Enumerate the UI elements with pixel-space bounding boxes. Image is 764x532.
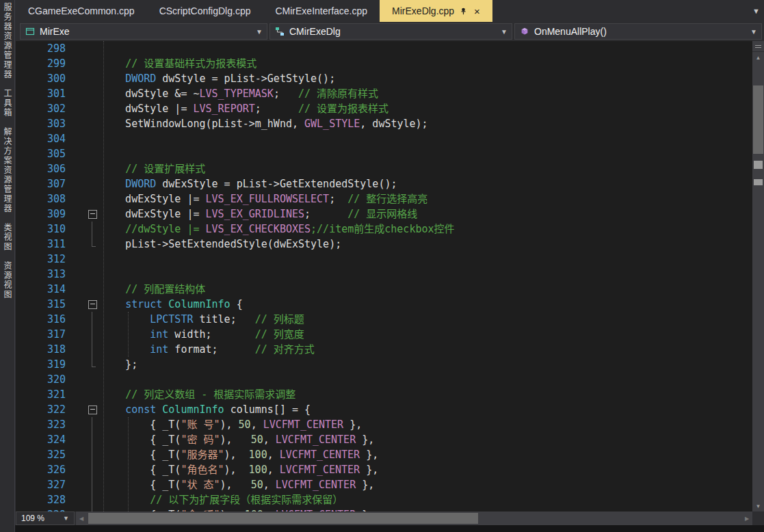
- zoom-select[interactable]: 109 % ▼: [16, 511, 75, 525]
- code-line[interactable]: 326 { _T("角色名"), 100, LVCFMT_CENTER },: [16, 462, 752, 477]
- line-number[interactable]: 317: [16, 327, 66, 342]
- close-icon[interactable]: ×: [474, 6, 480, 16]
- line-number[interactable]: 302: [16, 101, 66, 116]
- line-number[interactable]: 325: [16, 447, 66, 462]
- code-line[interactable]: 300 DWORD dwStyle = pList->GetStyle();: [16, 71, 752, 86]
- vertical-scrollbar-thumb[interactable]: [753, 85, 763, 154]
- code-line[interactable]: 322 const ColumnInfo columns[] = {: [16, 402, 752, 417]
- scroll-up-arrow-icon[interactable]: ▲: [752, 52, 764, 63]
- code-line[interactable]: 307 DWORD dwExStyle = pList->GetExtended…: [16, 176, 752, 191]
- scroll-right-arrow-icon[interactable]: ▶: [741, 511, 752, 525]
- line-number[interactable]: 305: [16, 146, 66, 161]
- code-line[interactable]: 319 };: [16, 357, 752, 372]
- document-tab[interactable]: CScriptConfigDlg.cpp: [147, 0, 263, 22]
- fold-collapse-icon[interactable]: [88, 210, 97, 219]
- line-number[interactable]: 313: [16, 267, 66, 282]
- visual-studio-window: 服务器资源管理器工具箱解决方案资源管理器类视图资源视图 CGameExeComm…: [0, 0, 764, 532]
- document-tab[interactable]: CMirExeInterface.cpp: [263, 0, 380, 22]
- code-line[interactable]: 324 { _T("密 码"), 50, LVCFMT_CENTER },: [16, 432, 752, 447]
- line-number[interactable]: 323: [16, 417, 66, 432]
- scroll-left-arrow-icon[interactable]: ◀: [76, 511, 87, 525]
- line-number[interactable]: 327: [16, 477, 66, 492]
- vertical-scrollbar[interactable]: ▲ ▼: [752, 41, 764, 511]
- line-number[interactable]: 320: [16, 372, 66, 387]
- code-line[interactable]: 312: [16, 252, 752, 267]
- code-line[interactable]: 318 int format; // 对齐方式: [16, 342, 752, 357]
- code-line[interactable]: 316 LPCTSTR title; // 列标题: [16, 312, 752, 327]
- code-line[interactable]: 325 { _T("服务器"), 100, LVCFMT_CENTER },: [16, 447, 752, 462]
- code-line[interactable]: 299 // 设置基础样式为报表模式: [16, 56, 752, 71]
- code-line[interactable]: 309 dwExStyle |= LVS_EX_GRIDLINES; // 显示…: [16, 207, 752, 222]
- code-line[interactable]: 303 SetWindowLong(pList->m_hWnd, GWL_STY…: [16, 116, 752, 131]
- line-number[interactable]: 328: [16, 492, 66, 507]
- line-number[interactable]: 321: [16, 387, 66, 402]
- line-number[interactable]: 298: [16, 41, 66, 56]
- pin-icon[interactable]: [459, 7, 468, 16]
- tool-window-tab[interactable]: 解决方案资源管理器: [1, 127, 13, 213]
- code-line[interactable]: 323 { _T("账 号"), 50, LVCFMT_CENTER },: [16, 417, 752, 432]
- line-number[interactable]: 322: [16, 402, 66, 417]
- horizontal-scrollbar-thumb[interactable]: [88, 513, 478, 524]
- line-number[interactable]: 304: [16, 131, 66, 146]
- code-line[interactable]: 302 dwStyle |= LVS_REPORT; // 设置为报表样式: [16, 101, 752, 116]
- code-text: dwStyle |= LVS_REPORT; // 设置为报表样式: [98, 101, 388, 116]
- line-number[interactable]: 308: [16, 191, 66, 207]
- line-number[interactable]: 324: [16, 432, 66, 447]
- line-number[interactable]: 314: [16, 282, 66, 297]
- code-editor[interactable]: 298299 // 设置基础样式为报表模式300 DWORD dwStyle =…: [16, 41, 752, 511]
- line-number[interactable]: 301: [16, 86, 66, 101]
- line-number[interactable]: 303: [16, 116, 66, 131]
- code-line[interactable]: 298: [16, 41, 752, 56]
- vertical-scrollbar-track[interactable]: [752, 63, 764, 501]
- code-line[interactable]: 306 // 设置扩展样式: [16, 161, 752, 176]
- selection-margin: [66, 342, 86, 357]
- document-tab[interactable]: MirExeDlg.cpp×: [380, 0, 492, 22]
- selection-margin: [66, 252, 86, 267]
- horizontal-scrollbar[interactable]: ◀ ▶: [76, 511, 752, 525]
- code-line[interactable]: 327 { _T("状 态"), 50, LVCFMT_CENTER },: [16, 477, 752, 492]
- line-number[interactable]: 318: [16, 342, 66, 357]
- splitter-grip[interactable]: [752, 41, 764, 52]
- line-number[interactable]: 311: [16, 237, 66, 252]
- tool-window-tab[interactable]: 类视图: [1, 223, 13, 252]
- tool-window-tab[interactable]: 工具箱: [1, 89, 13, 118]
- line-number[interactable]: 307: [16, 176, 66, 191]
- code-line[interactable]: 320: [16, 372, 752, 387]
- scroll-down-arrow-icon[interactable]: ▼: [752, 501, 764, 511]
- fold-collapse-icon[interactable]: [88, 405, 97, 414]
- selection-margin: [66, 146, 86, 161]
- tool-window-tab[interactable]: 服务器资源管理器: [1, 3, 13, 79]
- line-number[interactable]: 312: [16, 252, 66, 267]
- line-number[interactable]: 306: [16, 161, 66, 176]
- member-dropdown[interactable]: OnMenuAllPlay()▼: [514, 23, 762, 40]
- line-number[interactable]: 319: [16, 357, 66, 372]
- code-line[interactable]: 317 int width; // 列宽度: [16, 327, 752, 342]
- tab-overflow-chevron-icon[interactable]: ▼: [752, 0, 760, 22]
- selection-margin: [66, 267, 86, 282]
- line-number[interactable]: 299: [16, 56, 66, 71]
- code-line[interactable]: 310 //dwStyle |= LVS_EX_CHECKBOXES;//ite…: [16, 222, 752, 237]
- fold-margin: [86, 56, 98, 71]
- line-number[interactable]: 315: [16, 297, 66, 312]
- code-line[interactable]: 314 // 列配置结构体: [16, 282, 752, 297]
- class-dropdown[interactable]: CMirExeDlg▼: [269, 23, 512, 40]
- line-number[interactable]: 326: [16, 462, 66, 477]
- line-number[interactable]: 300: [16, 71, 66, 86]
- line-number[interactable]: 316: [16, 312, 66, 327]
- code-line[interactable]: 328 // 以下为扩展字段（根据实际需求保留）: [16, 492, 752, 507]
- code-line[interactable]: 301 dwStyle &= ~LVS_TYPEMASK; // 清除原有样式: [16, 86, 752, 101]
- code-line[interactable]: 321 // 列定义数组 - 根据实际需求调整: [16, 387, 752, 402]
- line-number[interactable]: 310: [16, 222, 66, 237]
- project-dropdown[interactable]: MirExe▼: [20, 23, 267, 40]
- tool-window-tab[interactable]: 资源视图: [1, 261, 13, 300]
- code-line[interactable]: 311 pList->SetExtendedStyle(dwExStyle);: [16, 237, 752, 252]
- code-line[interactable]: 308 dwExStyle |= LVS_EX_FULLROWSELECT; /…: [16, 191, 752, 207]
- code-line[interactable]: 315 struct ColumnInfo {: [16, 297, 752, 312]
- line-number[interactable]: 309: [16, 207, 66, 222]
- code-line[interactable]: 313: [16, 267, 752, 282]
- code-line[interactable]: 304: [16, 131, 752, 146]
- fold-margin: [86, 492, 98, 507]
- fold-collapse-icon[interactable]: [88, 300, 97, 309]
- code-line[interactable]: 305: [16, 146, 752, 161]
- document-tab[interactable]: CGameExeCommon.cpp: [16, 0, 147, 22]
